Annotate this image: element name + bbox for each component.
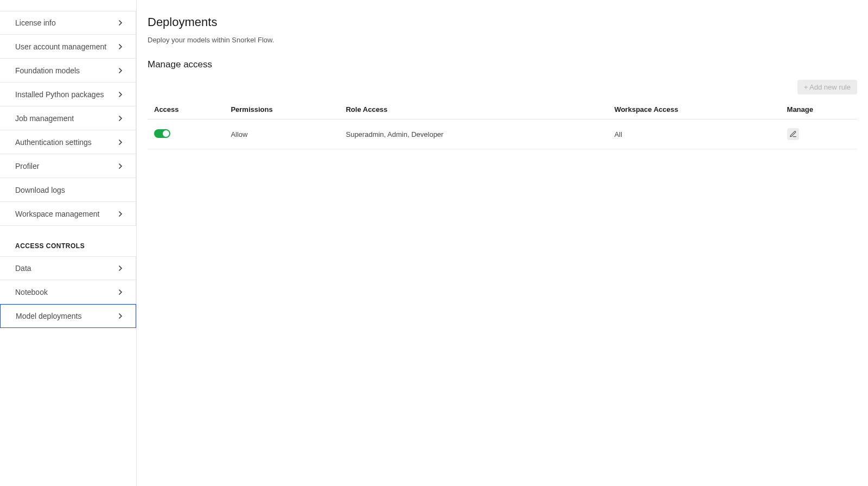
add-new-rule-button[interactable]: + Add new rule bbox=[797, 80, 857, 94]
pencil-icon bbox=[789, 130, 797, 138]
sidebar-item-label: License info bbox=[15, 18, 56, 27]
sidebar-item-profiler[interactable]: Profiler bbox=[0, 154, 136, 178]
table-header-access: Access bbox=[148, 100, 224, 119]
sidebar-item-installed-python-packages[interactable]: Installed Python packages bbox=[0, 83, 136, 106]
sidebar-item-label: Foundation models bbox=[15, 66, 80, 75]
sidebar-item-label: User account management bbox=[15, 42, 106, 51]
table-header-role-access: Role Access bbox=[339, 100, 608, 119]
table-header-permissions: Permissions bbox=[224, 100, 339, 119]
sidebar-item-label: Profiler bbox=[15, 162, 39, 171]
sidebar-section-label: ACCESS CONTROLS bbox=[0, 226, 136, 256]
table-row: AllowSuperadmin, Admin, DeveloperAll bbox=[148, 119, 857, 149]
sidebar-item-user-account-management[interactable]: User account management bbox=[0, 35, 136, 59]
sidebar-item-download-logs[interactable]: Download logs bbox=[0, 178, 136, 202]
chevron-right-icon bbox=[116, 264, 125, 273]
section-title: Manage access bbox=[148, 59, 857, 70]
cell-workspace-access: All bbox=[608, 119, 780, 149]
sidebar-item-label: Notebook bbox=[15, 288, 48, 296]
sidebar-item-label: Installed Python packages bbox=[15, 90, 104, 99]
main-content: Deployments Deploy your models within Sn… bbox=[137, 0, 868, 486]
sidebar-item-foundation-models[interactable]: Foundation models bbox=[0, 59, 136, 83]
cell-role-access: Superadmin, Admin, Developer bbox=[339, 119, 608, 149]
chevron-right-icon bbox=[116, 162, 125, 171]
sidebar-item-workspace-management[interactable]: Workspace management bbox=[0, 202, 136, 226]
page-subtitle: Deploy your models within Snorkel Flow. bbox=[148, 36, 857, 44]
chevron-right-icon bbox=[116, 18, 125, 27]
sidebar-item-notebook[interactable]: Notebook bbox=[0, 280, 136, 304]
sidebar-item-label: Model deployments bbox=[16, 312, 81, 320]
chevron-right-icon bbox=[116, 210, 125, 218]
access-rules-table: Access Permissions Role Access Workspace… bbox=[148, 100, 857, 149]
chevron-right-icon bbox=[116, 114, 125, 123]
page-title: Deployments bbox=[148, 15, 857, 29]
edit-rule-button[interactable] bbox=[787, 128, 799, 140]
chevron-right-icon bbox=[116, 138, 125, 147]
sidebar-item-label: Data bbox=[15, 264, 31, 273]
sidebar-item-label: Authentication settings bbox=[15, 138, 92, 147]
table-toolbar: + Add new rule bbox=[148, 80, 857, 94]
sidebar-item-label: Workspace management bbox=[15, 210, 99, 218]
cell-permissions: Allow bbox=[224, 119, 339, 149]
access-toggle[interactable] bbox=[154, 129, 170, 138]
sidebar: License infoUser account managementFound… bbox=[0, 0, 137, 486]
chevron-right-icon bbox=[116, 42, 125, 51]
table-header-workspace-access: Workspace Access bbox=[608, 100, 780, 119]
sidebar-item-authentication-settings[interactable]: Authentication settings bbox=[0, 130, 136, 154]
sidebar-item-label: Download logs bbox=[15, 186, 65, 194]
sidebar-item-data[interactable]: Data bbox=[0, 256, 136, 280]
chevron-right-icon bbox=[116, 66, 125, 75]
sidebar-item-job-management[interactable]: Job management bbox=[0, 106, 136, 130]
sidebar-item-model-deployments[interactable]: Model deployments bbox=[0, 304, 136, 328]
sidebar-item-label: Job management bbox=[15, 114, 74, 123]
chevron-right-icon bbox=[116, 312, 125, 320]
sidebar-item-license-info[interactable]: License info bbox=[0, 11, 136, 35]
chevron-right-icon bbox=[116, 90, 125, 99]
table-header-manage: Manage bbox=[781, 100, 857, 119]
chevron-right-icon bbox=[116, 288, 125, 296]
